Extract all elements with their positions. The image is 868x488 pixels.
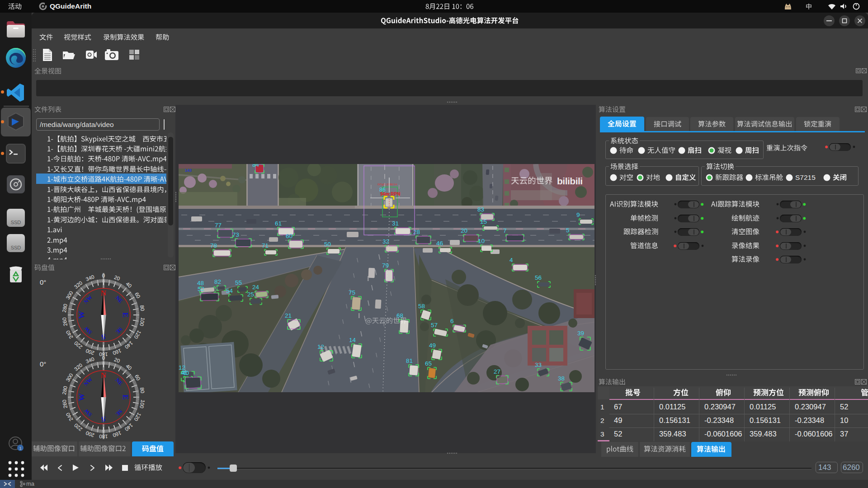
- svg-text:W: W: [77, 394, 86, 401]
- svg-text:27: 27: [494, 368, 500, 375]
- svg-text:86: 86: [379, 187, 386, 193]
- svg-text:260: 260: [61, 399, 68, 409]
- svg-text:55: 55: [235, 279, 242, 286]
- svg-text:75: 75: [349, 289, 355, 296]
- svg-text:24: 24: [252, 284, 259, 291]
- svg-text:40: 40: [182, 370, 189, 376]
- svg-text:60: 60: [134, 291, 142, 299]
- svg-text:50: 50: [324, 241, 331, 248]
- svg-text:SW: SW: [83, 408, 93, 418]
- svg-text:84: 84: [252, 164, 259, 168]
- svg-text:320: 320: [73, 362, 83, 372]
- svg-text:240: 240: [65, 329, 74, 340]
- svg-text:20: 20: [113, 357, 121, 364]
- svg-text:20: 20: [113, 274, 121, 282]
- svg-text:46: 46: [436, 240, 443, 247]
- svg-text:61: 61: [275, 220, 282, 227]
- svg-text:10: 10: [478, 238, 485, 244]
- svg-text:7: 7: [503, 227, 507, 234]
- svg-text:IDtTgtT L37890.5:4: IDtTgtT L37890.5:4: [377, 183, 397, 186]
- svg-text:52: 52: [198, 286, 204, 292]
- svg-text:E: E: [121, 312, 130, 317]
- svg-text:65: 65: [425, 360, 432, 367]
- svg-text:4: 4: [509, 257, 513, 263]
- svg-text:80: 80: [139, 387, 146, 394]
- svg-text:60: 60: [134, 374, 142, 381]
- svg-text:71: 71: [262, 242, 269, 249]
- svg-text:120: 120: [133, 412, 142, 422]
- svg-text:78: 78: [210, 242, 217, 249]
- svg-text:300: 300: [65, 290, 74, 300]
- svg-text:W: W: [77, 311, 86, 319]
- svg-text:14: 14: [349, 337, 356, 343]
- svg-text:56: 56: [535, 274, 542, 281]
- svg-text:100: 100: [139, 399, 146, 409]
- svg-text:39: 39: [577, 330, 584, 337]
- svg-text:0: 0: [102, 355, 105, 361]
- svg-text:220: 220: [73, 340, 83, 350]
- svg-text:77: 77: [215, 222, 222, 229]
- svg-text:81: 81: [406, 357, 413, 364]
- svg-text:140: 140: [124, 422, 134, 432]
- svg-text:82: 82: [214, 278, 221, 285]
- svg-text:SSD: SSD: [11, 220, 21, 225]
- svg-text:12: 12: [317, 343, 324, 350]
- svg-text:32: 32: [382, 238, 389, 245]
- svg-text:220: 220: [73, 422, 83, 432]
- svg-text:SSD: SSD: [11, 245, 21, 250]
- svg-text:240: 240: [65, 412, 74, 422]
- svg-text:260: 260: [61, 317, 68, 327]
- svg-text:6: 6: [450, 318, 454, 324]
- svg-text:280: 280: [61, 303, 68, 313]
- svg-text:58: 58: [418, 303, 425, 310]
- svg-text:31: 31: [392, 220, 399, 227]
- svg-text:0: 0: [102, 273, 105, 278]
- svg-text:83: 83: [477, 206, 484, 213]
- svg-text:38: 38: [558, 375, 565, 382]
- svg-text:143: 143: [185, 168, 192, 173]
- svg-text:57: 57: [431, 322, 438, 328]
- svg-text:49: 49: [429, 342, 436, 349]
- svg-text:60: 60: [286, 233, 292, 239]
- svg-text:33: 33: [535, 361, 542, 368]
- svg-text:28: 28: [413, 229, 420, 235]
- svg-text:9: 9: [576, 211, 580, 218]
- svg-text:120: 120: [133, 329, 142, 340]
- svg-text:SW: SW: [83, 325, 93, 336]
- svg-text:25: 25: [247, 291, 254, 298]
- svg-text:300: 300: [65, 372, 74, 383]
- svg-text:15: 15: [480, 218, 487, 225]
- svg-text:320: 320: [73, 280, 83, 290]
- svg-text:5: 5: [566, 227, 570, 234]
- svg-text:280: 280: [61, 385, 68, 395]
- svg-text:E: E: [121, 394, 130, 399]
- svg-text:1: 1: [19, 446, 21, 450]
- svg-text:100: 100: [139, 317, 146, 327]
- svg-text:80: 80: [139, 305, 146, 312]
- svg-text:180: 180: [99, 434, 108, 439]
- svg-text:140: 140: [124, 340, 134, 350]
- svg-text:NW: NW: [82, 376, 94, 387]
- svg-text:21: 21: [285, 312, 292, 319]
- svg-text:NW: NW: [82, 294, 94, 305]
- svg-text:54: 54: [226, 287, 233, 294]
- svg-text:20: 20: [461, 227, 467, 234]
- svg-text:79: 79: [382, 262, 389, 269]
- svg-text:73: 73: [232, 231, 239, 238]
